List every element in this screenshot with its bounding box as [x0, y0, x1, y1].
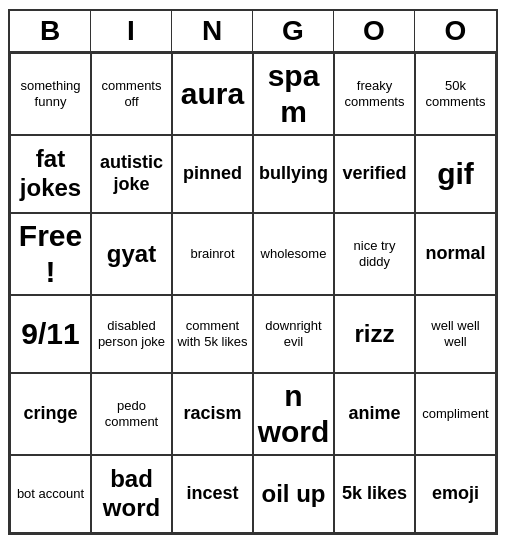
bingo-cell-19: disabled person joke: [91, 295, 172, 373]
bingo-cell-32: incest: [172, 455, 253, 533]
bingo-cell-28: anime: [334, 373, 415, 455]
header-letter-1: I: [91, 11, 172, 51]
header-letter-0: B: [10, 11, 91, 51]
bingo-cell-4: freaky comments: [334, 53, 415, 135]
bingo-grid: something funnycomments offauraspamfreak…: [10, 53, 496, 533]
bingo-cell-1: comments off: [91, 53, 172, 135]
bingo-cell-21: downright evil: [253, 295, 334, 373]
bingo-cell-13: gyat: [91, 213, 172, 295]
bingo-cell-26: racism: [172, 373, 253, 455]
bingo-cell-18: 9/11: [10, 295, 91, 373]
bingo-cell-3: spam: [253, 53, 334, 135]
header-letter-2: N: [172, 11, 253, 51]
header-letter-5: O: [415, 11, 496, 51]
bingo-cell-8: pinned: [172, 135, 253, 213]
bingo-cell-25: pedo comment: [91, 373, 172, 455]
bingo-cell-14: brainrot: [172, 213, 253, 295]
bingo-cell-2: aura: [172, 53, 253, 135]
bingo-cell-29: compliment: [415, 373, 496, 455]
header-letter-4: O: [334, 11, 415, 51]
bingo-cell-15: wholesome: [253, 213, 334, 295]
header-letter-3: G: [253, 11, 334, 51]
bingo-cell-35: emoji: [415, 455, 496, 533]
bingo-cell-30: bot account: [10, 455, 91, 533]
bingo-card: BINGOO something funnycomments offaurasp…: [8, 9, 498, 535]
bingo-cell-23: well well well: [415, 295, 496, 373]
bingo-cell-6: fat jokes: [10, 135, 91, 213]
bingo-cell-16: nice try diddy: [334, 213, 415, 295]
bingo-header: BINGOO: [10, 11, 496, 53]
bingo-cell-33: oil up: [253, 455, 334, 533]
bingo-cell-31: bad word: [91, 455, 172, 533]
bingo-cell-24: cringe: [10, 373, 91, 455]
bingo-cell-27: n word: [253, 373, 334, 455]
bingo-cell-34: 5k likes: [334, 455, 415, 533]
bingo-cell-0: something funny: [10, 53, 91, 135]
bingo-cell-11: gif: [415, 135, 496, 213]
bingo-cell-10: verified: [334, 135, 415, 213]
bingo-cell-20: comment with 5k likes: [172, 295, 253, 373]
bingo-cell-9: bullying: [253, 135, 334, 213]
bingo-cell-12: Free!: [10, 213, 91, 295]
bingo-cell-5: 50k comments: [415, 53, 496, 135]
bingo-cell-22: rizz: [334, 295, 415, 373]
bingo-cell-7: autistic joke: [91, 135, 172, 213]
bingo-cell-17: normal: [415, 213, 496, 295]
